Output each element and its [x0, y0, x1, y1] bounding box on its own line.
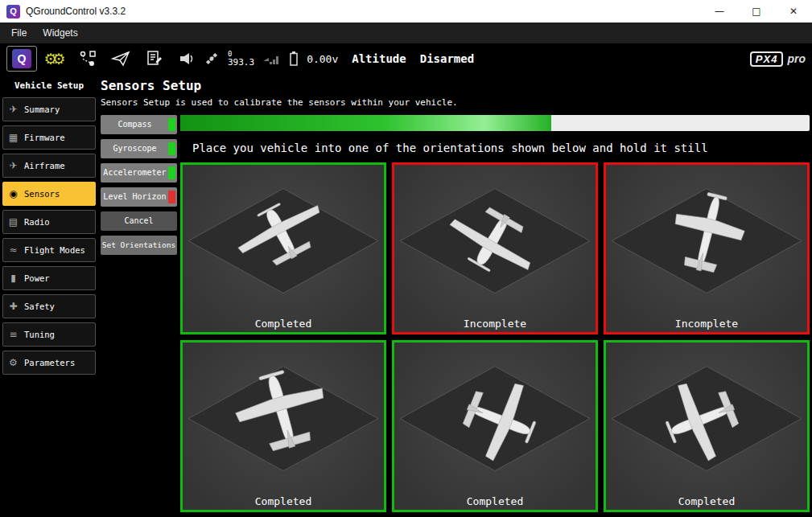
sidebar-item-label: Radio: [24, 217, 50, 227]
vehicle-orientation-image: [394, 343, 596, 510]
minimize-button[interactable]: —: [701, 0, 738, 23]
vehicle-setup-view-button[interactable]: ⚙⚙: [39, 46, 70, 72]
orientation-status-label: Completed: [183, 495, 384, 507]
orientation-cell: Completed: [180, 162, 386, 334]
orientation-status-label: Completed: [394, 495, 596, 507]
battery-voltage[interactable]: 0.00v: [307, 53, 338, 65]
orientation-status-label: Incomplete: [606, 318, 807, 330]
vehicle-orientation-image: [606, 343, 807, 510]
compass-status-indicator: [168, 118, 175, 131]
accelerometer-button[interactable]: Accelerometer: [101, 163, 177, 183]
window-controls: — □ ✕: [701, 0, 812, 23]
sidebar-item-flight-modes[interactable]: ≈ Flight Modes: [2, 238, 96, 262]
menu-widgets[interactable]: Widgets: [35, 24, 85, 42]
sidebar-title: Vehicle Setup: [2, 76, 96, 97]
toolbar-status: 0 393.3 0.00v Altitude Disarmed: [179, 51, 474, 67]
rc-signal-icon[interactable]: [263, 53, 281, 64]
vehicle-orientation-image: [183, 343, 384, 510]
gyroscope-status-indicator: [168, 142, 175, 155]
airframe-icon: ✈: [7, 160, 19, 171]
accelerometer-button-label: Accelerometer: [103, 168, 166, 177]
parameters-gear-icon: ⚙: [7, 357, 19, 368]
gps-satellite-icon[interactable]: [204, 51, 219, 66]
sidebar-item-radio[interactable]: ▤ Radio: [2, 210, 96, 234]
gears-icon: ⚙⚙: [43, 50, 65, 68]
level-horizon-status-indicator: [168, 191, 175, 203]
armed-state-indicator[interactable]: Disarmed: [420, 52, 474, 65]
orientation-cell: Incomplete: [604, 162, 810, 334]
orientation-grid: Completed Incomplete: [180, 162, 810, 517]
qgroundcontrol-window: Q QGroundControl v3.3.2 — □ ✕ File Widge…: [0, 0, 812, 517]
px4-logo: PX4: [750, 51, 784, 67]
plan-view-button[interactable]: [72, 46, 103, 72]
sidebar-item-label: Power: [24, 273, 50, 283]
sidebar-item-label: Tuning: [24, 330, 55, 339]
close-button[interactable]: ✕: [775, 0, 812, 23]
sidebar-item-label: Summary: [24, 105, 60, 114]
compass-button-label: Compass: [117, 120, 151, 129]
safety-cross-icon: ✚: [7, 301, 19, 312]
vehicle-orientation-image: [183, 165, 384, 332]
settings-view-button[interactable]: Q: [6, 46, 37, 72]
orientation-cell: Completed: [392, 340, 598, 512]
sensors-icon: ◉: [7, 188, 19, 199]
orientation-cell: Completed: [604, 340, 810, 512]
qgc-logo-icon: Q: [6, 5, 20, 18]
sidebar-item-label: Airframe: [24, 161, 65, 170]
menu-file[interactable]: File: [3, 24, 35, 42]
checklist-view-button[interactable]: [138, 46, 169, 72]
sidebar-item-label: Firmware: [24, 133, 65, 142]
fly-view-button[interactable]: [105, 46, 136, 72]
set-orientations-button[interactable]: Set Orientations: [101, 236, 177, 255]
content-area: Vehicle Setup ✈ Summary ▦ Firmware ✈ Air…: [0, 74, 812, 517]
page-description: Sensors Setup is used to calibrate the s…: [101, 97, 810, 108]
gyroscope-button[interactable]: Gyroscope: [101, 139, 177, 158]
sidebar-item-sensors[interactable]: ◉ Sensors: [2, 182, 96, 206]
cancel-button[interactable]: Cancel: [101, 211, 177, 231]
sidebar-item-parameters[interactable]: ⚙ Parameters: [2, 351, 96, 375]
flight-modes-icon: ≈: [7, 244, 19, 256]
gps-readout: 0 393.3: [228, 51, 254, 67]
title-bar: Q QGroundControl v3.3.2 — □ ✕: [0, 0, 812, 23]
calibration-area: Place you vehicle into one of the orient…: [180, 115, 810, 517]
progress-fill: [180, 115, 551, 131]
sidebar-item-tuning[interactable]: ≡ Tuning: [2, 322, 96, 347]
paper-plane-icon: [111, 50, 130, 68]
orientation-status-label: Incomplete: [394, 318, 596, 330]
window-title: QGroundControl v3.3.2: [26, 6, 126, 17]
compass-button[interactable]: Compass: [101, 115, 177, 134]
menu-bar: File Widgets: [0, 23, 812, 43]
sidebar-item-safety[interactable]: ✚ Safety: [2, 294, 96, 318]
sidebar-item-firmware[interactable]: ▦ Firmware: [2, 125, 96, 150]
sidebar-item-airframe[interactable]: ✈ Airframe: [2, 154, 96, 178]
cancel-button-label: Cancel: [124, 216, 153, 225]
vehicle-orientation-image: [394, 165, 596, 332]
calibration-progress-bar: [180, 115, 810, 131]
gyroscope-button-label: Gyroscope: [113, 144, 156, 153]
sidebar-item-summary[interactable]: ✈ Summary: [2, 97, 96, 121]
battery-icon[interactable]: [290, 51, 298, 66]
sidebar-item-label: Parameters: [24, 358, 75, 367]
sensor-buttons-column: Compass Gyroscope Accelerometer Level Ho…: [101, 115, 177, 517]
sidebar-item-power[interactable]: ▮ Power: [2, 266, 96, 290]
sidebar-item-label: Sensors: [24, 189, 60, 199]
set-orientations-button-label: Set Orientations: [102, 240, 176, 249]
sidebar-item-label: Safety: [24, 302, 55, 311]
orientation-status-label: Completed: [183, 318, 384, 330]
orientation-status-label: Completed: [606, 495, 807, 507]
level-horizon-button-label: Level Horizon: [103, 192, 166, 201]
px4-pro-badge: PX4 pro: [750, 51, 806, 67]
document-edit-icon: [146, 50, 162, 68]
sidebar-item-label: Flight Modes: [24, 245, 85, 255]
orientation-cell: Completed: [180, 340, 386, 512]
messages-speaker-icon[interactable]: [179, 52, 196, 65]
power-battery-icon: ▮: [7, 273, 19, 284]
flight-mode-indicator[interactable]: Altitude: [352, 52, 406, 65]
summary-icon: ✈: [7, 104, 19, 115]
maximize-button[interactable]: □: [738, 0, 775, 23]
level-horizon-button[interactable]: Level Horizon: [101, 187, 177, 207]
orientation-cell: Incomplete: [392, 162, 598, 334]
vehicle-orientation-image: [606, 165, 807, 332]
tuning-sliders-icon: ≡: [7, 329, 19, 340]
waypoints-icon: [79, 50, 97, 68]
